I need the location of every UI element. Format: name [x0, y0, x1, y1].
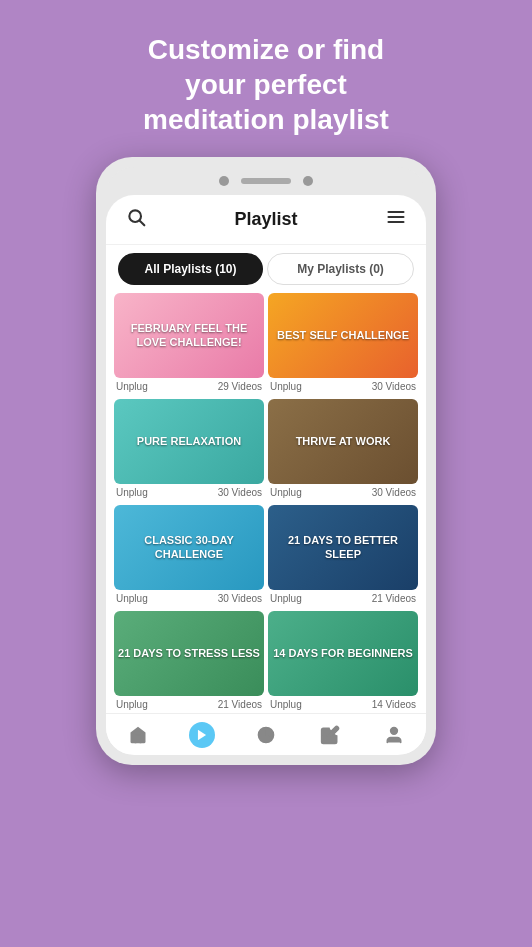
headline-line2: your perfect — [185, 69, 347, 100]
playlist-creator: Unplug — [270, 381, 302, 392]
svg-point-7 — [391, 728, 398, 735]
svg-line-1 — [140, 221, 145, 226]
svg-marker-5 — [198, 730, 206, 741]
playlist-thumbnail: 21 DAYS TO STRESS LESS — [114, 611, 264, 696]
user-icon — [381, 722, 407, 748]
playlist-item[interactable]: 21 DAYS TO BETTER SLEEPUnplug21 Videos — [268, 505, 418, 607]
playlist-creator: Unplug — [116, 381, 148, 392]
playlist-count: 21 Videos — [372, 593, 416, 604]
playlist-creator: Unplug — [116, 699, 148, 710]
playlist-thumbnail: CLASSIC 30-DAY CHALLENGE — [114, 505, 264, 590]
nav-notes[interactable] — [298, 722, 362, 748]
playlist-item[interactable]: BEST SELF CHALLENGEUnplug30 Videos — [268, 293, 418, 395]
nav-profile[interactable] — [362, 722, 426, 748]
playlist-meta: Unplug21 Videos — [114, 696, 264, 713]
nav-home[interactable] — [106, 722, 170, 748]
phone-sensor — [303, 176, 313, 186]
playlist-item[interactable]: 14 DAYS FOR BEGINNERSUnplug14 Videos — [268, 611, 418, 713]
playlist-count: 30 Videos — [372, 381, 416, 392]
playlist-grid: FEBRUARY FEEL THE LOVE CHALLENGE!Unplug2… — [106, 293, 426, 713]
playlist-thumbnail: THRIVE AT WORK — [268, 399, 418, 484]
playlist-item[interactable]: THRIVE AT WORKUnplug30 Videos — [268, 399, 418, 501]
play-icon — [189, 722, 215, 748]
edit-icon — [317, 722, 343, 748]
playlist-thumbnail: 21 DAYS TO BETTER SLEEP — [268, 505, 418, 590]
playlist-creator: Unplug — [270, 487, 302, 498]
playlist-item[interactable]: PURE RELAXATIONUnplug30 Videos — [114, 399, 264, 501]
playlist-title: BEST SELF CHALLENGE — [273, 325, 413, 346]
playlist-thumbnail: FEBRUARY FEEL THE LOVE CHALLENGE! — [114, 293, 264, 378]
playlist-thumbnail: 14 DAYS FOR BEGINNERS — [268, 611, 418, 696]
playlist-creator: Unplug — [270, 593, 302, 604]
headline-line3: meditation playlist — [143, 104, 389, 135]
playlist-thumbnail: PURE RELAXATION — [114, 399, 264, 484]
phone-camera — [219, 176, 229, 186]
playlist-meta: Unplug21 Videos — [268, 590, 418, 607]
playlist-creator: Unplug — [116, 487, 148, 498]
playlist-creator: Unplug — [270, 699, 302, 710]
nav-play[interactable] — [170, 722, 234, 748]
playlist-item[interactable]: FEBRUARY FEEL THE LOVE CHALLENGE!Unplug2… — [114, 293, 264, 395]
playlist-count: 30 Videos — [218, 593, 262, 604]
phone-frame: Playlist All Playlists (10) My Playlists… — [96, 157, 436, 765]
playlist-title: PURE RELAXATION — [133, 431, 245, 452]
playlist-meta: Unplug30 Videos — [114, 590, 264, 607]
phone-speaker — [241, 178, 291, 184]
playlist-title: 14 DAYS FOR BEGINNERS — [269, 643, 417, 664]
playlist-meta: Unplug29 Videos — [114, 378, 264, 395]
phone-screen: Playlist All Playlists (10) My Playlists… — [106, 195, 426, 755]
tab-my-playlists[interactable]: My Playlists (0) — [267, 253, 414, 285]
bottom-nav — [106, 713, 426, 754]
playlist-title: FEBRUARY FEEL THE LOVE CHALLENGE! — [114, 318, 264, 352]
playlist-meta: Unplug30 Videos — [268, 378, 418, 395]
playlist-count: 29 Videos — [218, 381, 262, 392]
playlist-meta: Unplug14 Videos — [268, 696, 418, 713]
playlist-meta: Unplug30 Videos — [114, 484, 264, 501]
playlist-thumbnail: BEST SELF CHALLENGE — [268, 293, 418, 378]
playlist-title: THRIVE AT WORK — [292, 431, 395, 452]
playlist-title: CLASSIC 30-DAY CHALLENGE — [114, 530, 264, 564]
app-header: Playlist — [106, 195, 426, 245]
app-screen: Playlist All Playlists (10) My Playlists… — [106, 195, 426, 755]
menu-icon[interactable] — [382, 207, 410, 232]
app-title: Playlist — [150, 209, 382, 230]
playlist-title: 21 DAYS TO BETTER SLEEP — [268, 530, 418, 564]
playlist-count: 14 Videos — [372, 699, 416, 710]
clock-icon — [253, 722, 279, 748]
search-icon[interactable] — [122, 207, 150, 232]
playlist-item[interactable]: 21 DAYS TO STRESS LESSUnplug21 Videos — [114, 611, 264, 713]
playlist-creator: Unplug — [116, 593, 148, 604]
headline-line1: Customize or find — [148, 34, 384, 65]
playlist-meta: Unplug30 Videos — [268, 484, 418, 501]
tab-all-playlists[interactable]: All Playlists (10) — [118, 253, 263, 285]
playlist-count: 30 Videos — [372, 487, 416, 498]
playlist-item[interactable]: CLASSIC 30-DAY CHALLENGEUnplug30 Videos — [114, 505, 264, 607]
nav-history[interactable] — [234, 722, 298, 748]
playlist-count: 21 Videos — [218, 699, 262, 710]
playlist-count: 30 Videos — [218, 487, 262, 498]
playlist-title: 21 DAYS TO STRESS LESS — [114, 643, 264, 664]
header-text: Customize or find your perfect meditatio… — [103, 0, 429, 157]
home-icon — [125, 722, 151, 748]
tab-bar: All Playlists (10) My Playlists (0) — [106, 245, 426, 293]
